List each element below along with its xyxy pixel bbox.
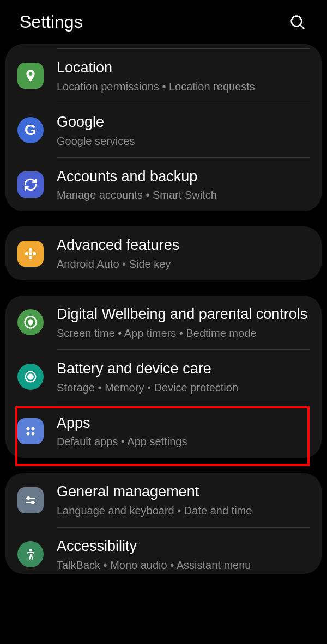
item-subtitle: Language and keyboard • Date and time bbox=[57, 504, 310, 517]
svg-point-2 bbox=[29, 252, 32, 255]
settings-item-advanced-features[interactable]: Advanced features Android Auto • Side ke… bbox=[5, 226, 322, 280]
item-subtitle: Default apps • App settings bbox=[57, 435, 310, 448]
svg-point-0 bbox=[292, 16, 302, 26]
settings-group: Digital Wellbeing and parental controls … bbox=[5, 296, 322, 458]
search-button[interactable] bbox=[288, 13, 307, 32]
item-subtitle: TalkBack • Mono audio • Assistant menu bbox=[57, 559, 310, 572]
location-icon bbox=[17, 63, 44, 89]
item-subtitle: Location permissions • Location requests bbox=[57, 80, 310, 93]
settings-item-accounts-backup[interactable]: Accounts and backup Manage accounts • Sm… bbox=[5, 158, 322, 212]
svg-point-15 bbox=[27, 497, 29, 499]
flower-icon bbox=[17, 241, 44, 267]
item-title: Google bbox=[57, 113, 310, 132]
page-title: Settings bbox=[20, 12, 83, 32]
item-subtitle: Manage accounts • Smart Switch bbox=[57, 188, 310, 201]
svg-point-10 bbox=[26, 427, 29, 430]
svg-line-1 bbox=[300, 24, 304, 28]
settings-item-digital-wellbeing[interactable]: Digital Wellbeing and parental controls … bbox=[5, 296, 322, 349]
svg-point-18 bbox=[29, 549, 32, 551]
sync-icon bbox=[17, 171, 44, 198]
google-icon: G bbox=[17, 117, 44, 143]
wellbeing-icon bbox=[17, 309, 44, 335]
settings-item-battery-device-care[interactable]: Battery and device care Storage • Memory… bbox=[5, 350, 322, 404]
settings-item-general-management[interactable]: General management Language and keyboard… bbox=[5, 473, 322, 527]
svg-point-13 bbox=[32, 432, 35, 436]
settings-item-apps[interactable]: Apps Default apps • App settings bbox=[5, 404, 322, 458]
settings-item-accessibility[interactable]: Accessibility TalkBack • Mono audio • As… bbox=[5, 528, 322, 574]
item-title: Location bbox=[57, 59, 310, 77]
settings-item-location[interactable]: Location Location permissions • Location… bbox=[5, 49, 322, 103]
item-title: Apps bbox=[57, 414, 310, 433]
search-icon bbox=[289, 14, 306, 31]
item-title: General management bbox=[57, 483, 310, 501]
accessibility-icon bbox=[17, 541, 44, 567]
svg-point-12 bbox=[26, 432, 29, 436]
item-title: Digital Wellbeing and parental controls bbox=[57, 305, 310, 324]
item-title: Advanced features bbox=[57, 236, 310, 255]
item-subtitle: Screen time • App timers • Bedtime mode bbox=[57, 327, 310, 340]
svg-point-6 bbox=[33, 252, 36, 255]
svg-point-4 bbox=[29, 256, 32, 259]
item-subtitle: Google services bbox=[57, 134, 310, 148]
apps-icon bbox=[17, 418, 44, 444]
item-title: Battery and device care bbox=[57, 360, 310, 378]
item-title: Accounts and backup bbox=[57, 168, 310, 186]
item-subtitle: Storage • Memory • Device protection bbox=[57, 381, 310, 394]
header: Settings bbox=[0, 0, 327, 44]
settings-group: Location Location permissions • Location… bbox=[5, 44, 322, 211]
svg-point-9 bbox=[28, 374, 33, 379]
item-title: Accessibility bbox=[57, 537, 310, 556]
device-care-icon bbox=[17, 364, 44, 390]
settings-item-google[interactable]: G Google Google services bbox=[5, 103, 322, 157]
sliders-icon bbox=[17, 487, 44, 513]
settings-group: Advanced features Android Auto • Side ke… bbox=[5, 226, 322, 280]
svg-point-3 bbox=[29, 248, 32, 252]
settings-group: General management Language and keyboard… bbox=[5, 473, 322, 574]
svg-point-17 bbox=[32, 501, 34, 504]
item-subtitle: Android Auto • Side key bbox=[57, 257, 310, 271]
svg-point-5 bbox=[25, 252, 28, 255]
svg-point-11 bbox=[32, 427, 35, 430]
